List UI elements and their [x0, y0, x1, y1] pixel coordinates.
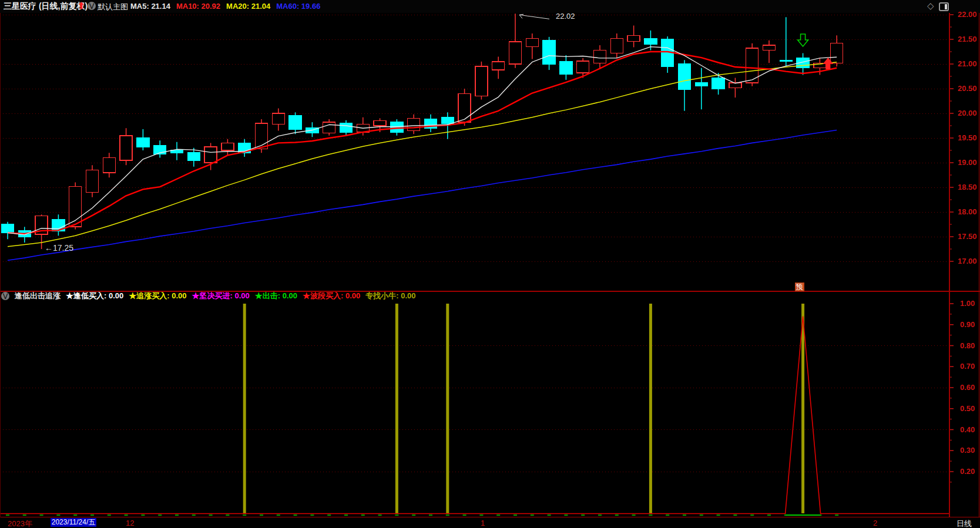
- indicator-axis-label: 0.30: [960, 446, 975, 455]
- indicator-axis-label: 1.00: [960, 299, 975, 308]
- chart-canvas[interactable]: [0, 0, 980, 528]
- month-label: 12: [126, 519, 134, 527]
- top-bar: 三星医疗 (日线,前复权) ⬆ ⋁ 默认主图 MA5: 21.14MA10: 2…: [0, 0, 980, 13]
- diamond-icon[interactable]: ◇: [927, 1, 934, 11]
- indicator-legend-item: ★出击: 0.00: [255, 291, 297, 301]
- indicator-axis-label: 0.20: [960, 467, 975, 476]
- price-axis-label: 17.50: [958, 232, 977, 241]
- price-axis-label: 18.50: [958, 183, 977, 191]
- price-axis-label: 20.50: [958, 84, 977, 93]
- ma-legend-item: MA60: 19.66: [276, 2, 320, 11]
- period-label[interactable]: 日线: [956, 519, 972, 528]
- indicator-axis-label: 0.90: [960, 320, 975, 329]
- ma-legend-item: MA10: 20.92: [176, 2, 220, 11]
- up-arrow-icon: ⬆: [78, 1, 85, 11]
- month-label: 2: [873, 519, 877, 527]
- month-label: 1: [481, 519, 485, 527]
- indicator-legend-item: ★波段买入: 0.00: [303, 291, 360, 301]
- indicator-header: ⋁ 逢低出击追涨★逢低买入: 0.00★追涨买入: 0.00★坚决买进: 0.0…: [1, 291, 416, 301]
- ma-legend-item: MA5: 21.14: [130, 2, 170, 11]
- indicator-axis-label: 0.40: [960, 425, 975, 434]
- price-axis-label: 18.00: [958, 207, 977, 216]
- overlay-label[interactable]: 默认主图: [98, 2, 128, 12]
- price-axis-label: 20.00: [958, 109, 977, 117]
- date-box: 2023/11/24/五: [51, 518, 96, 527]
- ma-legend-item: MA20: 21.04: [226, 2, 270, 11]
- indicator-axis-label: 0.50: [960, 404, 975, 413]
- panel-toggle-icon[interactable]: [939, 2, 949, 11]
- timeline-bar[interactable]: 2023年 2023/11/24/五 日线 1212: [0, 517, 980, 528]
- price-axis-label: 17.00: [958, 257, 977, 265]
- alert-badge: 预: [795, 283, 804, 291]
- price-axis-label: 19.00: [958, 158, 977, 167]
- high-annotation: 22.02: [556, 12, 575, 21]
- ma-legend: MA5: 21.14MA10: 20.92MA20: 21.04MA60: 19…: [130, 2, 320, 11]
- price-axis-label: 22.00: [958, 10, 977, 19]
- trading-app-window: 三星医疗 (日线,前复权) ⬆ ⋁ 默认主图 MA5: 21.14MA10: 2…: [0, 0, 980, 528]
- indicator-axis-label: 0.70: [960, 362, 975, 371]
- indicator-axis-label: 0.80: [960, 341, 975, 350]
- chevron-circle-icon[interactable]: ⋁: [88, 2, 96, 10]
- price-axis-label: 21.50: [958, 35, 977, 43]
- indicator-legend-item: ★追涨买入: 0.00: [129, 291, 186, 301]
- stock-title: 三星医疗 (日线,前复权): [4, 1, 88, 12]
- indicator-axis-label: 0.60: [960, 383, 975, 392]
- price-axis-label: 19.50: [958, 133, 977, 142]
- indicator-legend-item: 专找小牛: 0.00: [365, 291, 415, 301]
- low-annotation: ←17.25: [45, 243, 73, 253]
- indicator-legend-item: ★逢低买入: 0.00: [66, 291, 123, 301]
- chevron-circle-icon[interactable]: ⋁: [1, 292, 9, 300]
- indicator-legend-item: ★坚决买进: 0.00: [192, 291, 250, 301]
- indicator-legend-item: 逢低出击追涨: [15, 291, 61, 301]
- price-axis-label: 21.00: [958, 59, 977, 68]
- year-label: 2023年: [8, 519, 32, 528]
